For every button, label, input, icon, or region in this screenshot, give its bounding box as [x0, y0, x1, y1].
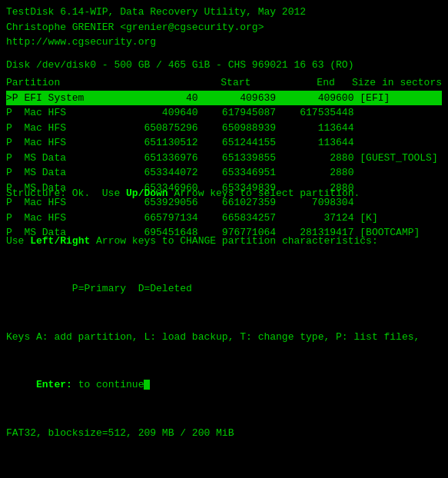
footer-line5: Enter: to continue: [6, 377, 442, 393]
terminal-window: TestDisk 6.14-WIP, Data Recovery Utility…: [0, 0, 448, 478]
column-headers: Partition Start End Size in sectors: [6, 75, 442, 91]
bold-enter: Enter:: [36, 379, 72, 390]
footer-line2: Use Left/Right Arrow keys to CHANGE part…: [6, 234, 442, 250]
col-end: End: [251, 75, 334, 91]
footer-line4: Keys A: add partition, L: load backup, T…: [6, 330, 442, 346]
col-partition: Partition: [6, 75, 174, 91]
disk-info: Disk /dev/disk0 - 500 GB / 465 GiB - CHS…: [6, 58, 442, 73]
partition-row[interactable]: P Mac HFS 650875296 650988939 113644: [6, 121, 442, 136]
header-line2: Christophe GRENIER <grenier@cgsecurity.o…: [6, 20, 442, 35]
partition-row[interactable]: P Mac HFS 651130512 651244155 113644: [6, 135, 442, 151]
header-line3: http://www.cgsecurity.org: [6, 35, 442, 50]
col-start: Start: [174, 75, 251, 91]
col-size: Size in sectors: [335, 75, 442, 91]
footer: Structure: Ok. Use Up/Down Arrow keys to…: [6, 154, 442, 473]
bold-updown: Up/Down: [126, 188, 168, 199]
partition-row[interactable]: >P EFI System 40 409639 409600 [EFI]: [6, 91, 442, 106]
header-line1: TestDisk 6.14-WIP, Data Recovery Utility…: [6, 5, 442, 20]
footer-line3: P=Primary D=Deleted: [6, 281, 442, 297]
partition-row[interactable]: P Mac HFS 409640 617945087 617535448: [6, 105, 442, 121]
footer-line1: Structure: Ok. Use Up/Down Arrow keys to…: [6, 186, 442, 202]
cursor-block: [144, 380, 150, 390]
footer-line6: FAT32, blocksize=512, 209 MB / 200 MiB: [6, 426, 442, 442]
bold-leftright: Left/Right: [30, 235, 90, 247]
